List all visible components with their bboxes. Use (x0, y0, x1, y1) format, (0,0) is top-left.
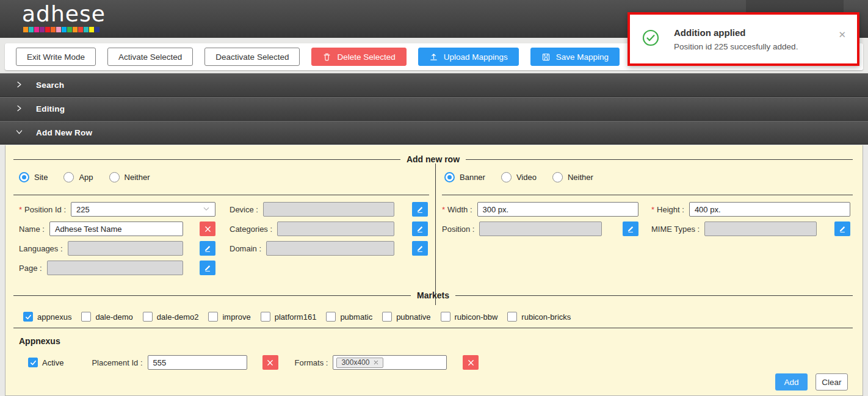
divider-line (13, 328, 853, 328)
position-id-combobox[interactable]: 225 (71, 202, 215, 217)
markets-divider: Markets (13, 290, 853, 300)
formats-clear-button[interactable] (463, 355, 479, 370)
categories-edit-button[interactable] (412, 221, 428, 236)
markets-title: Markets (417, 290, 449, 300)
checkbox-appnexus[interactable]: appnexus (23, 312, 71, 322)
checkbox-rubicon-bricks[interactable]: rubicon-bricks (507, 312, 571, 322)
accordion-label-editing: Editing (36, 104, 65, 113)
position-edit-button[interactable] (623, 221, 638, 236)
name-input[interactable] (49, 221, 183, 236)
checkbox-icon (143, 312, 153, 322)
formats-input[interactable]: 300x400 (333, 355, 447, 370)
radio-neither-right-label: Neither (568, 173, 593, 182)
site-type-radio-group: Site App Neither (19, 171, 435, 182)
remove-tag-icon[interactable] (374, 360, 378, 365)
upload-mappings-label: Upload Mappings (444, 52, 508, 62)
delete-selected-label: Delete Selected (337, 52, 395, 62)
radio-neither-left[interactable]: Neither (109, 172, 150, 182)
checkbox-pubnative-label: pubnative (396, 312, 430, 322)
close-icon[interactable]: ✕ (838, 29, 846, 40)
save-mapping-button[interactable]: Save Mapping (530, 48, 620, 66)
exit-write-mode-button[interactable]: Exit Write Mode (16, 48, 96, 66)
radio-site-label: Site (34, 173, 48, 182)
checkbox-pubnative[interactable]: pubnative (382, 312, 430, 322)
checkbox-appnexus-label: appnexus (37, 312, 71, 322)
checkbox-active-label: Active (42, 358, 63, 367)
categories-input[interactable] (277, 221, 394, 236)
page-label: Page : (19, 264, 42, 273)
trash-icon (322, 52, 331, 62)
checkbox-icon (507, 312, 517, 322)
add-button[interactable]: Add (775, 373, 808, 391)
format-tag-chip: 300x400 (336, 358, 383, 368)
chevron-down-icon[interactable] (203, 205, 210, 214)
device-label: Device : (230, 205, 258, 214)
radio-video[interactable]: Video (501, 172, 537, 182)
checkbox-platform161[interactable]: platform161 (261, 312, 317, 322)
checkbox-dale-demo[interactable]: dale-demo (81, 312, 132, 322)
appnexus-row: Active Placement Id : Formats : 300x400 (28, 355, 479, 370)
activate-selected-button[interactable]: Activate Selected (107, 48, 193, 66)
close-icon (267, 359, 273, 366)
device-input[interactable] (263, 202, 394, 217)
radio-banner[interactable]: Banner (444, 172, 485, 182)
save-mapping-label: Save Mapping (556, 52, 609, 62)
mime-types-input[interactable] (704, 221, 817, 236)
radio-site[interactable]: Site (19, 172, 48, 182)
required-asterisk: * (19, 205, 22, 214)
languages-label: Languages : (19, 244, 63, 253)
radio-neither-right[interactable]: Neither (552, 172, 593, 182)
checkbox-icon (441, 312, 450, 322)
languages-input[interactable] (68, 241, 183, 256)
mime-types-edit-button[interactable] (834, 221, 850, 236)
height-input[interactable] (689, 202, 850, 217)
adhese-logo: adhese (22, 2, 106, 32)
divider-line (455, 295, 853, 296)
accordion-row-add-new-row[interactable]: Add New Row (0, 121, 868, 145)
checkbox-platform161-label: platform161 (275, 312, 317, 322)
languages-edit-button[interactable] (200, 241, 215, 256)
domain-edit-button[interactable] (412, 241, 428, 256)
page-edit-button[interactable] (200, 261, 215, 275)
clear-button[interactable]: Clear (816, 373, 848, 391)
placement-id-label: Placement Id : (92, 358, 142, 367)
upload-mappings-button[interactable]: Upload Mappings (418, 48, 519, 66)
accordion-label-add-new-row: Add New Row (36, 128, 92, 137)
accordion-row-search[interactable]: Search (0, 73, 868, 97)
checkbox-rubicon-bbw[interactable]: rubicon-bbw (441, 312, 498, 322)
accordion-label-search: Search (36, 81, 64, 90)
divider-line (466, 159, 853, 160)
page-input[interactable] (47, 261, 183, 275)
checkbox-dale-demo2[interactable]: dale-demo2 (143, 312, 199, 322)
checkbox-improve[interactable]: improve (208, 312, 250, 322)
site-fields: * Position Id : 225 Device : (5, 202, 435, 275)
placement-id-input[interactable] (148, 355, 247, 370)
success-check-icon (642, 29, 659, 49)
width-label: Width : (447, 205, 472, 214)
delete-selected-button[interactable]: Delete Selected (311, 48, 406, 66)
position-id-label: Position Id : (24, 205, 66, 214)
close-icon (204, 226, 211, 232)
height-label: Height : (657, 205, 684, 214)
checkbox-pubmatic-label: pubmatic (340, 312, 372, 322)
name-clear-button[interactable] (200, 221, 215, 236)
format-type-radio-group: Banner Video Neither (444, 171, 863, 182)
checkbox-improve-label: improve (222, 312, 250, 322)
domain-input[interactable] (266, 241, 394, 256)
deactivate-selected-button[interactable]: Deactivate Selected (204, 48, 300, 66)
position-label: Position : (442, 225, 474, 234)
required-asterisk: * (442, 205, 445, 214)
format-tag-label: 300x400 (341, 358, 369, 367)
placement-id-clear-button[interactable] (262, 355, 278, 370)
position-input[interactable] (479, 221, 602, 236)
radio-circle-icon (501, 172, 512, 182)
radio-app[interactable]: App (63, 172, 93, 182)
checkbox-pubmatic[interactable]: pubmatic (326, 312, 372, 322)
required-asterisk: * (651, 205, 654, 214)
radio-app-label: App (79, 173, 93, 182)
divider-line (13, 159, 400, 160)
checkbox-active[interactable]: Active (28, 358, 63, 367)
device-edit-button[interactable] (412, 202, 428, 217)
accordion-row-editing[interactable]: Editing (0, 97, 868, 121)
width-input[interactable] (477, 202, 638, 217)
